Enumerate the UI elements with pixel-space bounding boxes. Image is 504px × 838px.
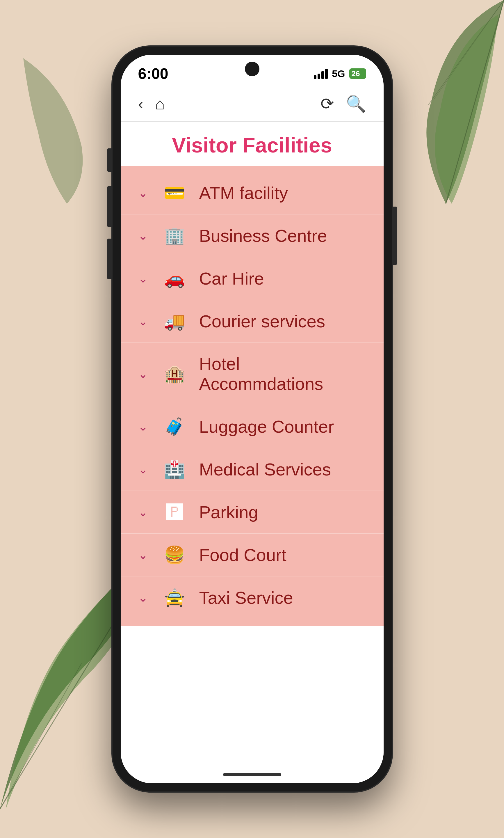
svg-line-4 (0, 663, 82, 809)
chevron-down-icon: ⌄ (138, 591, 150, 604)
facility-item-luggage[interactable]: ⌄ 🧳 Luggage Counter (121, 405, 383, 448)
facility-label-hotel: Hotel Accommdations (199, 354, 366, 394)
home-indicator (121, 766, 383, 783)
volume-down-button (107, 238, 111, 279)
svg-line-2 (434, 0, 504, 99)
facility-item-taxi[interactable]: ⌄ 🚖 Taxi Service (121, 576, 383, 619)
facility-item-food[interactable]: ⌄ 🍔 Food Court (121, 534, 383, 576)
chevron-down-icon: ⌄ (138, 229, 150, 243)
chevron-down-icon: ⌄ (138, 367, 150, 380)
refresh-button[interactable]: ⟳ (321, 96, 334, 112)
facility-icon-business: 🏢 (161, 226, 187, 246)
facility-label-atm: ATM facility (199, 183, 288, 203)
facility-item-courier[interactable]: ⌄ 🚚 Courier services (121, 300, 383, 343)
facility-icon-atm: 💳 (161, 183, 187, 203)
facility-icon-medical: 🏥 (161, 459, 187, 480)
home-button[interactable]: ⌂ (155, 96, 165, 112)
home-bar (223, 773, 281, 776)
page-title: Visitor Facilities (138, 133, 366, 157)
facility-label-business: Business Centre (199, 226, 327, 246)
facility-label-taxi: Taxi Service (199, 588, 293, 608)
phone-screen: 6:00 5G 26 ‹ ⌂ ⟳ 🔍 (121, 55, 383, 783)
back-button[interactable]: ‹ (138, 96, 144, 112)
facility-icon-luggage: 🧳 (161, 416, 187, 437)
facility-item-business[interactable]: ⌄ 🏢 Business Centre (121, 214, 383, 257)
svg-line-0 (446, 0, 504, 204)
network-type: 5G (332, 68, 345, 79)
facility-item-parking[interactable]: ⌄ 🅿 Parking (121, 491, 383, 534)
page-title-bar: Visitor Facilities (121, 122, 383, 166)
chevron-down-icon: ⌄ (138, 463, 150, 476)
bottom-content-area (121, 626, 383, 766)
status-time: 6:00 (138, 65, 168, 82)
facility-icon-food: 🍔 (161, 545, 187, 565)
facility-icon-car-hire: 🚗 (161, 268, 187, 289)
facility-label-car-hire: Car Hire (199, 269, 264, 289)
facilities-list: ⌄ 💳 ATM facility ⌄ 🏢 Business Centre ⌄ 🚗… (121, 166, 383, 626)
facility-icon-parking: 🅿 (161, 502, 187, 522)
facility-item-atm[interactable]: ⌄ 💳 ATM facility (121, 172, 383, 214)
front-camera (245, 62, 259, 76)
volume-silent-button (107, 148, 111, 172)
chevron-down-icon: ⌄ (138, 505, 150, 519)
facility-label-medical: Medical Services (199, 460, 331, 480)
facility-label-food: Food Court (199, 545, 286, 565)
chevron-down-icon: ⌄ (138, 548, 150, 561)
facility-label-luggage: Luggage Counter (199, 417, 334, 437)
search-button[interactable]: 🔍 (346, 96, 366, 112)
facility-label-parking: Parking (199, 502, 258, 522)
signal-strength-icon (314, 68, 328, 79)
facility-label-courier: Courier services (199, 311, 325, 332)
volume-up-button (107, 186, 111, 227)
phone-frame: 6:00 5G 26 ‹ ⌂ ⟳ 🔍 (112, 47, 392, 791)
chevron-down-icon: ⌄ (138, 315, 150, 328)
chevron-down-icon: ⌄ (138, 186, 150, 200)
facility-icon-courier: 🚚 (161, 311, 187, 332)
facility-item-car-hire[interactable]: ⌄ 🚗 Car Hire (121, 257, 383, 300)
facility-item-medical[interactable]: ⌄ 🏥 Medical Services (121, 448, 383, 491)
svg-line-1 (428, 0, 504, 105)
facility-icon-taxi: 🚖 (161, 587, 187, 608)
status-icons: 5G 26 (314, 68, 366, 79)
nav-left: ‹ ⌂ (138, 96, 165, 112)
nav-bar: ‹ ⌂ ⟳ 🔍 (121, 87, 383, 122)
status-bar: 6:00 5G 26 (121, 55, 383, 87)
nav-right: ⟳ 🔍 (321, 96, 366, 112)
chevron-down-icon: ⌄ (138, 420, 150, 433)
facility-icon-hotel: 🏨 (161, 364, 187, 384)
power-button (393, 207, 397, 265)
facility-item-hotel[interactable]: ⌄ 🏨 Hotel Accommdations (121, 343, 383, 405)
chevron-down-icon: ⌄ (138, 272, 150, 285)
battery-icon: 26 (349, 68, 366, 79)
